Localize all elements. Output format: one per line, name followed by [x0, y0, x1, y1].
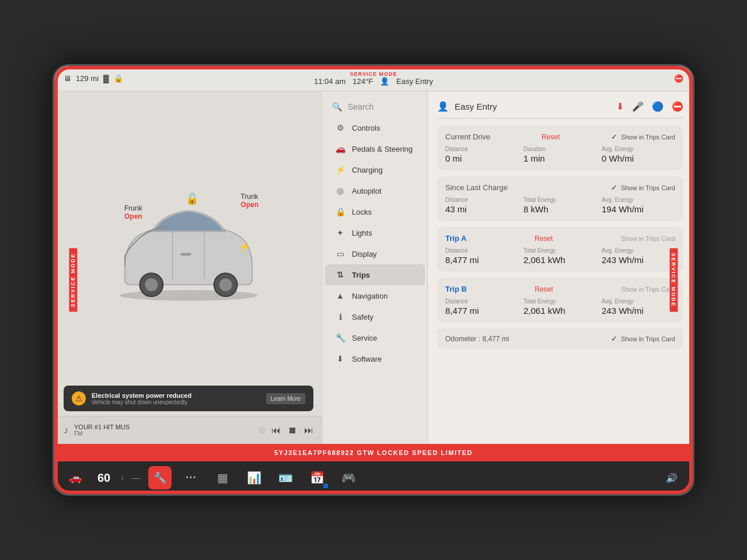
profile-icon: 👤: [380, 77, 389, 86]
bluetooth-icon[interactable]: 🔵: [652, 101, 664, 112]
music-title: YOUR #1 HIT MUS: [74, 424, 252, 430]
current-distance-value: 0 mi: [445, 153, 519, 163]
charge-energy-label: Total Energy: [523, 197, 597, 203]
speed-display: 60: [97, 471, 110, 485]
trip-b-reset[interactable]: Reset: [535, 285, 553, 293]
odometer-checkmark: ✓: [611, 334, 617, 343]
menu-item-safety[interactable]: ℹ Safety: [325, 306, 425, 327]
learn-more-button[interactable]: Learn More: [266, 393, 305, 404]
current-drive-title: Current Drive: [445, 132, 490, 141]
car-svg: ⚡: [101, 187, 276, 303]
charge-avg-energy: Avg. Energy 194 Wh/mi: [602, 197, 675, 214]
service-mode-label-right: SERVICE MODE: [670, 249, 678, 312]
software-label: Software: [352, 355, 382, 363]
search-item[interactable]: 🔍 Search: [323, 96, 427, 117]
trips-panel-title: Easy Entry: [455, 102, 497, 111]
calendar-dot: [323, 484, 328, 488]
svg-text:⚡: ⚡: [239, 241, 251, 253]
card-taskbar-icon[interactable]: ▦: [211, 466, 235, 489]
menu-item-pedals[interactable]: 🚗 Pedals & Steering: [325, 138, 425, 159]
trip-a-avg: Avg. Energy 243 Wh/mi: [602, 247, 675, 265]
profile-label: Easy Entry: [396, 77, 433, 86]
dots-taskbar-icon[interactable]: •••: [180, 466, 203, 489]
menu-item-locks[interactable]: 🔒 Locks: [325, 201, 425, 222]
odometer-show-label: Show in Trips Card: [621, 335, 675, 342]
service-icon: 🔧: [334, 333, 346, 342]
wrench-taskbar-icon[interactable]: 🔧: [148, 466, 172, 489]
menu-item-navigation[interactable]: ▲ Navigation: [325, 285, 425, 306]
trips-icon: ⇅: [334, 270, 346, 279]
trip-a-label: Trip A: [445, 234, 466, 243]
screen-content: 🖥 129 mi ▓ 🔒 SERVICE MODE 11:04 am 124°F…: [54, 66, 693, 494]
trip-b-label: Trip B: [445, 285, 467, 293]
favorite-icon[interactable]: ☆: [257, 425, 266, 436]
left-panel: 🔓 Frunk Open Trunk Open: [54, 92, 323, 444]
charge-energy-value: 8 kWh: [523, 204, 597, 214]
current-drive-show-check: ✓ Show in Trips Card: [611, 132, 675, 141]
menu-item-controls[interactable]: ⚙ Controls: [325, 117, 425, 138]
status-right: ⛔: [674, 74, 683, 83]
mic-icon[interactable]: 🎤: [632, 101, 644, 112]
charge-distance: Distance 43 mi: [445, 197, 519, 214]
trip-a-reset[interactable]: Reset: [535, 235, 553, 243]
menu-item-lights[interactable]: ✦ Lights: [325, 222, 425, 243]
trip-b-avg-label: Avg. Energy: [602, 298, 675, 304]
right-panel: 🔍 Search ⚙ Controls 🚗 Pedals & Steering …: [323, 92, 693, 444]
music-bar: ♪ YOUR #1 HIT MUS FM ☆ ⏮ ⏹ ⏭: [54, 416, 323, 444]
stop-button[interactable]: ⏹: [288, 425, 297, 436]
svg-point-2: [145, 278, 158, 291]
svg-point-4: [219, 278, 232, 291]
safety-label: Safety: [352, 313, 374, 321]
autopilot-label: Autopilot: [352, 187, 382, 195]
menu-item-display[interactable]: ▭ Display: [325, 243, 425, 264]
current-drive-reset[interactable]: Reset: [542, 133, 560, 141]
current-drive-checkmark: ✓: [611, 132, 617, 141]
prev-button[interactable]: ⏮: [271, 425, 281, 436]
svg-rect-7: [180, 253, 191, 256]
since-last-charge-section: Since Last Charge ✓ Show in Trips Card D…: [437, 176, 683, 221]
games-taskbar-icon[interactable]: 🎮: [337, 466, 361, 489]
svg-point-0: [120, 290, 257, 300]
warning-banner: ⚠ Electrical system power reduced Vehicl…: [64, 386, 313, 411]
chart-icon: 📊: [247, 471, 261, 485]
range-display: 129 mi: [76, 74, 99, 83]
volume-icon[interactable]: 🔊: [660, 466, 683, 489]
menu-item-software[interactable]: ⬇ Software: [325, 348, 425, 369]
warning-title: Electrical system power reduced: [92, 392, 260, 399]
locks-label: Locks: [352, 208, 372, 216]
trip-b-stats: Distance 8,477 mi Total Energy 2,061 kWh…: [445, 298, 675, 316]
menu-item-trips[interactable]: ⇅ Trips: [325, 264, 425, 285]
current-duration-label: Duration: [523, 146, 597, 152]
trip-b-show-check: Show in Trips Card: [621, 286, 675, 293]
menu-item-charging[interactable]: ⚡ Charging: [325, 159, 425, 180]
nav-icon: ▲: [334, 291, 346, 300]
wifi-off-icon[interactable]: ⛔: [672, 101, 683, 112]
since-last-charge-stats: Distance 43 mi Total Energy 8 kWh Avg. E…: [445, 197, 675, 214]
calendar-taskbar-icon[interactable]: 📅: [306, 466, 329, 489]
car-taskbar-icon[interactable]: 🚗: [64, 466, 87, 489]
music-icon: ♪: [64, 425, 68, 436]
current-energy-label: Avg. Energy: [602, 146, 675, 152]
chart-taskbar-icon[interactable]: 📊: [243, 466, 266, 489]
time-temp: 11:04 am 124°F 👤 Easy Entry: [314, 77, 433, 86]
current-duration-value: 1 min: [523, 153, 597, 163]
charge-distance-label: Distance: [445, 197, 519, 203]
status-left: 🖥 129 mi ▓ 🔒: [64, 74, 123, 83]
next-button[interactable]: ⏭: [304, 425, 313, 436]
menu-item-autopilot[interactable]: ◎ Autopilot: [325, 180, 425, 201]
trip-a-show-label: Show in Trips Card: [621, 235, 675, 242]
search-icon: 🔍: [332, 102, 342, 111]
trip-b-energy-label: Total Energy: [523, 298, 597, 304]
odometer-text: Odometer : 8,477 mi: [445, 335, 509, 343]
id-taskbar-icon[interactable]: 🪪: [274, 466, 298, 489]
music-source: FM: [74, 430, 252, 437]
trip-b-energy-value: 2,061 kWh: [523, 306, 597, 316]
trip-b-header: Trip B Reset Show in Trips Card: [445, 285, 675, 293]
download-icon[interactable]: ⬇: [616, 101, 624, 112]
menu-item-service[interactable]: 🔧 Service: [325, 327, 425, 348]
display-menu-icon: ▭: [334, 249, 346, 258]
trip-a-section: Trip A Reset Show in Trips Card Distance…: [437, 227, 683, 272]
display-label: Display: [352, 250, 377, 258]
warning-text: Electrical system power reduced Vehicle …: [92, 392, 260, 405]
charge-avg-value: 194 Wh/mi: [602, 204, 675, 214]
